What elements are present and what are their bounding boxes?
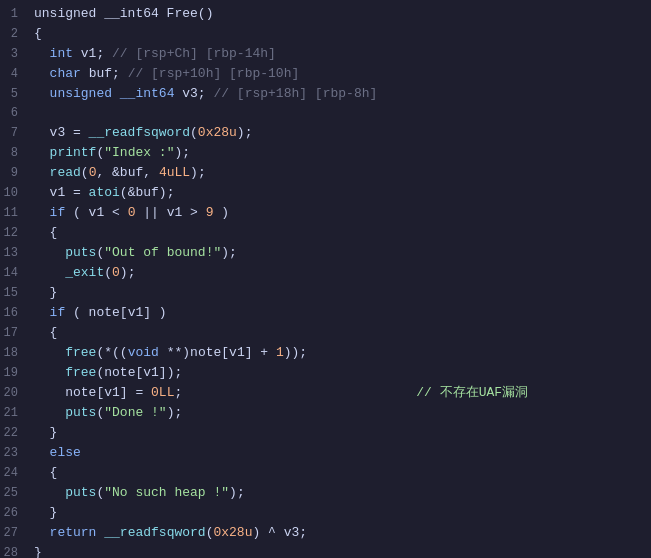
code-content: char buf; // [rsp+10h] [rbp-10h]: [30, 64, 651, 83]
code-line: 11 if ( v1 < 0 || v1 > 9 ): [0, 203, 651, 223]
line-number: 1: [0, 5, 30, 24]
line-number: 9: [0, 164, 30, 183]
code-line: 23 else: [0, 443, 651, 463]
code-content: }: [30, 423, 651, 442]
code-content: puts("No such heap !");: [30, 483, 651, 502]
code-content: puts("Done !");: [30, 403, 651, 422]
line-number: 8: [0, 144, 30, 163]
code-line: 19 free(note[v1]);: [0, 363, 651, 383]
code-line: 24 {: [0, 463, 651, 483]
code-line: 27 return __readfsqword(0x28u) ^ v3;: [0, 523, 651, 543]
code-line: 13 puts("Out of bound!");: [0, 243, 651, 263]
line-number: 16: [0, 304, 30, 323]
code-line: 14 _exit(0);: [0, 263, 651, 283]
line-number: 12: [0, 224, 30, 243]
line-number: 13: [0, 244, 30, 263]
code-line: 25 puts("No such heap !");: [0, 483, 651, 503]
code-content: {: [30, 323, 651, 342]
line-number: 28: [0, 544, 30, 558]
code-content: _exit(0);: [30, 263, 651, 282]
line-number: 20: [0, 384, 30, 403]
code-content: else: [30, 443, 651, 462]
code-content: if ( note[v1] ): [30, 303, 651, 322]
line-number: 5: [0, 85, 30, 104]
code-content: {: [30, 463, 651, 482]
code-line: 22 }: [0, 423, 651, 443]
code-content: note[v1] = 0LL; // 不存在UAF漏洞: [30, 383, 651, 402]
line-number: 22: [0, 424, 30, 443]
code-content: free(note[v1]);: [30, 363, 651, 382]
line-number: 11: [0, 204, 30, 223]
code-content: v1 = atoi(&buf);: [30, 183, 651, 202]
code-line: 16 if ( note[v1] ): [0, 303, 651, 323]
code-content: unsigned __int64 Free(): [30, 4, 651, 23]
line-number: 24: [0, 464, 30, 483]
code-line: 10 v1 = atoi(&buf);: [0, 183, 651, 203]
code-line: 17 {: [0, 323, 651, 343]
line-number: 2: [0, 25, 30, 44]
code-line: 2{: [0, 24, 651, 44]
code-line: 20 note[v1] = 0LL; // 不存在UAF漏洞: [0, 383, 651, 403]
code-line: 9 read(0, &buf, 4uLL);: [0, 163, 651, 183]
line-number: 10: [0, 184, 30, 203]
line-number: 27: [0, 524, 30, 543]
code-content: {: [30, 24, 651, 43]
line-number: 14: [0, 264, 30, 283]
code-line: 28}: [0, 543, 651, 558]
code-content: }: [30, 503, 651, 522]
line-number: 17: [0, 324, 30, 343]
code-line: 6: [0, 104, 651, 123]
code-line: 4 char buf; // [rsp+10h] [rbp-10h]: [0, 64, 651, 84]
code-content: int v1; // [rsp+Ch] [rbp-14h]: [30, 44, 651, 63]
line-number: 26: [0, 504, 30, 523]
line-number: 3: [0, 45, 30, 64]
code-line: 1unsigned __int64 Free(): [0, 4, 651, 24]
line-number: 23: [0, 444, 30, 463]
code-content: }: [30, 543, 651, 558]
code-line: 8 printf("Index :");: [0, 143, 651, 163]
line-number: 18: [0, 344, 30, 363]
code-content: printf("Index :");: [30, 143, 651, 162]
code-content: read(0, &buf, 4uLL);: [30, 163, 651, 182]
code-line: 3 int v1; // [rsp+Ch] [rbp-14h]: [0, 44, 651, 64]
code-content: {: [30, 223, 651, 242]
line-number: 15: [0, 284, 30, 303]
line-number: 21: [0, 404, 30, 423]
code-content: }: [30, 283, 651, 302]
line-number: 7: [0, 124, 30, 143]
code-content: if ( v1 < 0 || v1 > 9 ): [30, 203, 651, 222]
code-line: 15 }: [0, 283, 651, 303]
line-number: 4: [0, 65, 30, 84]
code-line: 18 free(*((void **)note[v1] + 1));: [0, 343, 651, 363]
code-content: v3 = __readfsqword(0x28u);: [30, 123, 651, 142]
code-content: free(*((void **)note[v1] + 1));: [30, 343, 651, 362]
code-line: 26 }: [0, 503, 651, 523]
code-line: 7 v3 = __readfsqword(0x28u);: [0, 123, 651, 143]
code-line: 21 puts("Done !");: [0, 403, 651, 423]
code-line: 5 unsigned __int64 v3; // [rsp+18h] [rbp…: [0, 84, 651, 104]
code-content: unsigned __int64 v3; // [rsp+18h] [rbp-8…: [30, 84, 651, 103]
code-content: return __readfsqword(0x28u) ^ v3;: [30, 523, 651, 542]
line-number: 25: [0, 484, 30, 503]
line-number: 19: [0, 364, 30, 383]
code-line: 12 {: [0, 223, 651, 243]
code-editor: 1unsigned __int64 Free()2{3 int v1; // […: [0, 0, 651, 558]
code-content: puts("Out of bound!");: [30, 243, 651, 262]
line-number: 6: [0, 104, 30, 123]
